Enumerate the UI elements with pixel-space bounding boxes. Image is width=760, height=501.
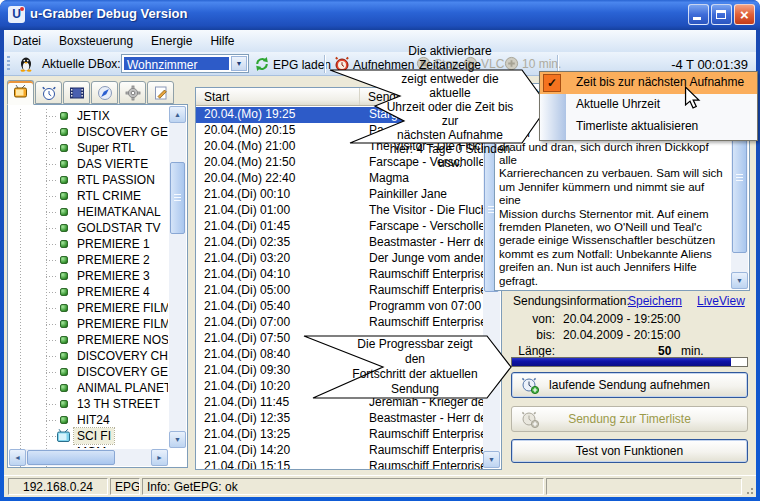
menubar-item[interactable]: Boxsteuerung (50, 30, 142, 48)
mouse-cursor (684, 86, 701, 115)
channel-label: PREMIERE 1 (74, 236, 153, 252)
program-start: 21.04.(Di) 01:00 (196, 203, 360, 219)
program-row[interactable]: 21.04.(Di) 01:45 Farscape - Verschollen … (196, 219, 483, 235)
channel-item[interactable]: PREMIERE 1 (8, 236, 168, 252)
channel-item[interactable]: PREMIERE NOSTA (8, 332, 168, 348)
channel-item[interactable]: ANIMAL PLANET (8, 380, 168, 396)
program-row[interactable]: 21.04.(Di) 01:00 The Visitor - Die Fluch… (196, 203, 483, 219)
menubar-item[interactable]: Energie (142, 30, 201, 48)
channel-item[interactable]: DISCOVERY GESCH (8, 124, 168, 140)
test-functions-button[interactable]: Test von Funktionen (511, 439, 748, 463)
channel-item[interactable]: RTL PASSION (8, 172, 168, 188)
channel-item[interactable]: HEIMATKANAL (8, 204, 168, 220)
channel-item[interactable]: DISCOVERY GESCH (8, 364, 168, 380)
program-row[interactable]: 21.04.(Di) 15:15 Raumschiff Enterprise -… (196, 459, 483, 469)
channel-label: DISCOVERY CHANN (74, 348, 168, 364)
resize-grip[interactable] (742, 483, 754, 495)
description-line: gefragt. (499, 275, 729, 288)
channel-item[interactable]: JETIX (8, 108, 168, 124)
context-menu-item[interactable]: ✓ Aktuelle Uhrzeit (540, 94, 757, 116)
program-row[interactable]: 21.04.(Di) 00:10 Painkiller Jane (196, 187, 483, 203)
channel-item[interactable]: DAS VIERTE (8, 156, 168, 172)
channel-item[interactable]: PREMIERE FILMCL (8, 316, 168, 332)
save-link[interactable]: Speichern (628, 294, 682, 308)
program-start: 21.04.(Di) 13:25 (196, 427, 360, 443)
channel-item[interactable]: GOLDSTAR TV (8, 220, 168, 236)
channel-item[interactable]: MGM (8, 444, 168, 448)
tree-horizontal-scrollbar[interactable]: ◄ ► (9, 449, 168, 466)
menubar-item[interactable]: Datei (4, 30, 50, 48)
record-current-button[interactable]: laufende Sendung aufnehmen (511, 372, 748, 398)
minimize-button[interactable] (688, 4, 709, 25)
channel-label: DISCOVERY GESCH (74, 364, 168, 380)
program-title: Magma (360, 171, 483, 187)
program-row[interactable]: 21.04.(Di) 14:20 Raumschiff Enterprise (196, 443, 483, 459)
channel-item[interactable]: DISCOVERY CHANN (8, 348, 168, 364)
scrollbar-thumb[interactable] (27, 450, 115, 465)
program-row[interactable]: 21.04.(Di) 03:20 Der Junge vom anderen S… (196, 251, 483, 267)
channel-bullet-icon (60, 128, 68, 136)
von-label: von: (500, 312, 555, 326)
channel-item[interactable]: PREMIERE 2 (8, 252, 168, 268)
channel-item[interactable]: 13 TH STREET (8, 396, 168, 412)
scroll-down-button[interactable]: ▼ (483, 451, 500, 468)
program-title: Beastmaster - Herr der Wildnis (360, 235, 483, 251)
context-menu-items: ✓ Zeit bis zur nächsten Aufnahme ✓ Aktue… (540, 72, 757, 138)
tree-vertical-scrollbar[interactable]: ▲ ▼ (169, 106, 186, 448)
scroll-down-button[interactable]: ▼ (169, 431, 186, 448)
scroll-right-button[interactable]: ► (151, 449, 168, 466)
channel-label: ANIMAL PLANET (74, 380, 168, 396)
channel-label: RTL PASSION (74, 172, 158, 188)
film-icon (69, 85, 85, 101)
program-row[interactable]: 21.04.(Di) 13:25 Raumschiff Enterprise (196, 427, 483, 443)
scroll-up-button[interactable]: ▲ (169, 106, 186, 123)
program-row[interactable]: 21.04.(Di) 12:35 Beastmaster - Herr der … (196, 411, 483, 427)
close-button[interactable]: × (734, 4, 755, 25)
channel-item[interactable]: Super RTL (8, 140, 168, 156)
program-row[interactable]: 20.04.(Mo) 22:40 Magma (196, 171, 483, 187)
menubar-item[interactable]: Hilfe (201, 30, 243, 48)
tab-channels[interactable] (7, 80, 34, 105)
tab-recordings[interactable] (63, 81, 90, 104)
tree-connector (46, 164, 58, 165)
maximize-button[interactable] (711, 4, 732, 25)
tab-log[interactable] (147, 81, 174, 104)
program-row[interactable]: 21.04.(Di) 02:35 Beastmaster - Herr der … (196, 235, 483, 251)
dropdown-arrow-icon[interactable]: ▼ (231, 56, 247, 71)
channel-item[interactable]: PREMIERE FILMFE (8, 300, 168, 316)
program-row[interactable]: 21.04.(Di) 05:40 Programm von 07:00 bis … (196, 299, 483, 315)
title-bar: U u-Grabber Debug Version × (0, 0, 760, 30)
channel-item[interactable]: PREMIERE 4 (8, 284, 168, 300)
maximize-icon (716, 10, 726, 19)
channel-item[interactable]: RTL CRIME (8, 188, 168, 204)
program-row[interactable]: 21.04.(Di) 07:00 Raumschiff Enterprise -… (196, 315, 483, 331)
dbox-combobox[interactable]: Wohnzimmer ▼ (121, 54, 249, 73)
add-to-timerlist-button[interactable]: Sendung zur Timerliste (511, 406, 748, 432)
liveview-link[interactable]: LiveView (697, 294, 745, 308)
channel-bullet-icon (60, 368, 68, 376)
channel-item[interactable]: HIT24 (8, 412, 168, 428)
program-row[interactable]: 21.04.(Di) 05:00 Raumschiff Enterprise (196, 283, 483, 299)
program-row[interactable]: 21.04.(Di) 04:10 Raumschiff Enterprise (196, 267, 483, 283)
tree-connector (46, 340, 58, 341)
context-menu-item[interactable]: ✓ Timerliste aktualisieren (540, 116, 757, 138)
channel-item[interactable]: PREMIERE 3 (8, 268, 168, 284)
channel-item[interactable]: SCI FI (8, 428, 168, 444)
channel-label: HIT24 (74, 412, 113, 428)
context-menu-item[interactable]: ✓ Zeit bis zur nächsten Aufnahme (540, 72, 757, 94)
callout-line: zeigt entweder die aktuelle (382, 72, 518, 100)
toolbar-grip[interactable] (7, 56, 10, 72)
program-start: 21.04.(Di) 02:35 (196, 235, 360, 251)
von-value: 20.04.2009 - 19:25:00 (563, 312, 680, 326)
scroll-left-button[interactable]: ◄ (9, 449, 26, 466)
scrollbar-thumb[interactable] (170, 162, 185, 234)
channel-label: GOLDSTAR TV (74, 220, 164, 236)
scroll-down-button[interactable]: ▼ (731, 272, 748, 289)
callout-line: Sendung (347, 382, 483, 397)
tab-streaming[interactable] (91, 81, 118, 104)
edit-icon (153, 85, 169, 101)
tab-settings[interactable] (119, 81, 146, 104)
tree-connector (46, 404, 58, 405)
refresh-icon (254, 56, 270, 72)
tab-timer[interactable] (35, 81, 62, 104)
